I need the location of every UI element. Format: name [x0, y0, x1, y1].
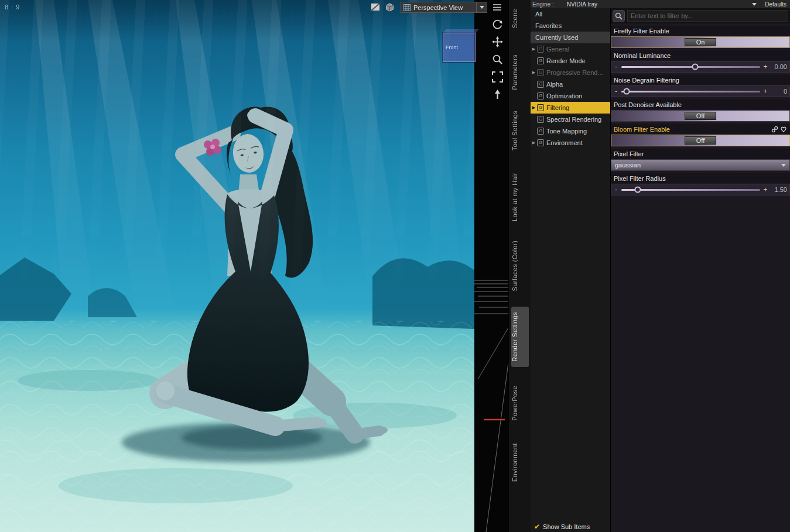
- view-selector-dropdown[interactable]: Perspective View: [401, 2, 487, 13]
- group-optimization[interactable]: G Optimization: [531, 90, 610, 102]
- pixel-filter-radius-slider[interactable]: - + 1.50: [611, 184, 790, 195]
- nominal-luminance-slider[interactable]: - + 0.00: [611, 61, 790, 73]
- engine-label: Engine :: [532, 1, 554, 8]
- slider-value: 0: [771, 88, 787, 95]
- group-icon: G: [537, 116, 544, 123]
- tab-scene[interactable]: Scene: [511, 4, 529, 33]
- property-label: Firefly Filter Enable: [611, 26, 790, 36]
- decrement-button[interactable]: -: [614, 63, 618, 70]
- scene-cube-icon[interactable]: [384, 2, 395, 12]
- draw-style-icon[interactable]: [370, 2, 381, 12]
- tab-surfaces-color[interactable]: Surfaces (Color): [511, 235, 529, 296]
- post-denoiser-available-toggle[interactable]: Off: [611, 110, 790, 122]
- perspective-grid-icon: [403, 4, 411, 11]
- tab-render-settings[interactable]: Render Settings: [511, 307, 529, 367]
- defaults-button[interactable]: Defaults: [765, 1, 786, 8]
- viewport-nav-tools: [490, 18, 505, 101]
- pan-icon[interactable]: [491, 35, 504, 48]
- property-row: Nominal Luminance - + 0.00: [611, 50, 790, 73]
- group-icon: G: [537, 81, 544, 88]
- tab-look-at-my-hair[interactable]: Look at my Hair: [511, 167, 529, 226]
- property-label: Noise Degrain Filtering: [611, 75, 790, 85]
- noise-degrain-filtering-slider[interactable]: - + 0: [611, 85, 790, 97]
- show-sub-items-checkbox[interactable]: ✔ Show Sub Items: [531, 521, 610, 532]
- toggle-state-button[interactable]: Off: [685, 112, 716, 120]
- search-icon[interactable]: [613, 10, 625, 22]
- group-icon: G: [537, 69, 544, 76]
- tab-environment[interactable]: Environment: [511, 438, 529, 487]
- pixel-filter-dropdown[interactable]: gaussian: [611, 159, 790, 171]
- group-alpha[interactable]: G Alpha: [531, 78, 610, 90]
- property-label: Pixel Filter Radius: [611, 173, 790, 183]
- viewport-render: [0, 0, 474, 532]
- property-label: Nominal Luminance: [611, 50, 790, 60]
- view-cube[interactable]: Front: [443, 33, 476, 62]
- chevron-down-icon[interactable]: [476, 2, 487, 12]
- engine-dropdown[interactable]: NVIDIA Iray: [567, 1, 753, 8]
- expander-icon[interactable]: ▶: [531, 70, 537, 75]
- group-environment[interactable]: ▶ G Environment: [531, 137, 610, 149]
- property-row: Firefly Filter Enable On: [611, 26, 790, 48]
- tab-tool-settings[interactable]: Tool Settings: [511, 105, 529, 156]
- tab-powerpose[interactable]: PowerPose: [511, 380, 529, 426]
- increment-button[interactable]: +: [763, 63, 768, 70]
- group-icon: G: [537, 57, 544, 64]
- bloom-filter-enable-toggle[interactable]: Off: [611, 135, 790, 146]
- check-icon: ✔: [534, 523, 540, 531]
- slider-track[interactable]: [621, 189, 760, 191]
- chevron-down-icon: [781, 164, 786, 167]
- orbit-icon[interactable]: [491, 18, 504, 30]
- group-icon: G: [537, 139, 544, 146]
- aspect-ratio-label: 8 : 9: [5, 4, 20, 11]
- frame-icon[interactable]: [491, 70, 504, 83]
- tab-parameters[interactable]: Parameters: [511, 49, 529, 95]
- category-currently-used[interactable]: Currently Used: [531, 32, 610, 43]
- decrement-button[interactable]: -: [614, 88, 618, 95]
- slider-knob[interactable]: [692, 64, 698, 70]
- property-row: Noise Degrain Filtering - + 0: [611, 75, 790, 97]
- render-view[interactable]: [0, 0, 474, 532]
- group-icon: G: [537, 46, 544, 53]
- group-spectral-rendering[interactable]: G Spectral Rendering: [531, 114, 610, 125]
- render-settings-properties: Firefly Filter Enable On Nominal Luminan…: [611, 8, 790, 532]
- slider-value: 0.00: [771, 63, 787, 70]
- viewport-options-icon[interactable]: [492, 2, 502, 12]
- group-general[interactable]: ▶ G General: [531, 43, 610, 55]
- aim-icon[interactable]: [491, 88, 504, 101]
- increment-button[interactable]: +: [763, 186, 768, 193]
- view-selector-label: Perspective View: [413, 4, 463, 11]
- slider-knob[interactable]: [635, 187, 641, 193]
- firefly-filter-enable-toggle[interactable]: On: [611, 36, 790, 48]
- expander-icon[interactable]: ▶: [531, 140, 537, 145]
- group-render-mode[interactable]: G Render Mode: [531, 55, 610, 67]
- expander-icon[interactable]: ▶: [531, 47, 537, 52]
- property-label-selected: Bloom Filter Enable: [611, 124, 790, 134]
- toggle-state-button[interactable]: Off: [685, 136, 716, 145]
- group-tone-mapping[interactable]: G Tone Mapping: [531, 125, 610, 137]
- viewport-pane[interactable]: 8 : 9 Perspective View Front: [0, 0, 508, 532]
- property-row: Post Denoiser Available Off: [611, 99, 790, 122]
- engine-bar: Engine : NVIDIA Iray Defaults: [531, 0, 790, 8]
- group-progressive-rendering[interactable]: ▶ G Progressive Rend...: [531, 67, 610, 78]
- link-icon[interactable]: [771, 126, 778, 133]
- dropdown-value: gaussian: [615, 162, 641, 169]
- group-filtering[interactable]: ▶ G Filtering: [531, 102, 610, 114]
- heart-icon[interactable]: [780, 126, 787, 133]
- slider-knob[interactable]: [624, 88, 630, 95]
- slider-track[interactable]: [621, 91, 760, 92]
- filter-bar: [611, 8, 790, 23]
- category-favorites[interactable]: Favorites: [531, 20, 610, 32]
- slider-track[interactable]: [621, 66, 760, 68]
- increment-button[interactable]: +: [763, 88, 768, 95]
- expander-icon[interactable]: ▶: [531, 105, 537, 110]
- category-all[interactable]: All: [531, 8, 610, 20]
- property-label: Pixel Filter: [611, 149, 790, 159]
- chevron-down-icon[interactable]: [752, 3, 757, 6]
- decrement-button[interactable]: -: [614, 186, 618, 193]
- zoom-icon[interactable]: [491, 53, 504, 66]
- toggle-state-button[interactable]: On: [685, 38, 716, 46]
- group-icon: G: [537, 128, 544, 135]
- property-row: Bloom Filter Enable Off: [611, 124, 790, 146]
- filter-input[interactable]: [627, 10, 788, 22]
- render-settings-group-list: All Favorites Currently Used ▶ G General…: [531, 8, 611, 532]
